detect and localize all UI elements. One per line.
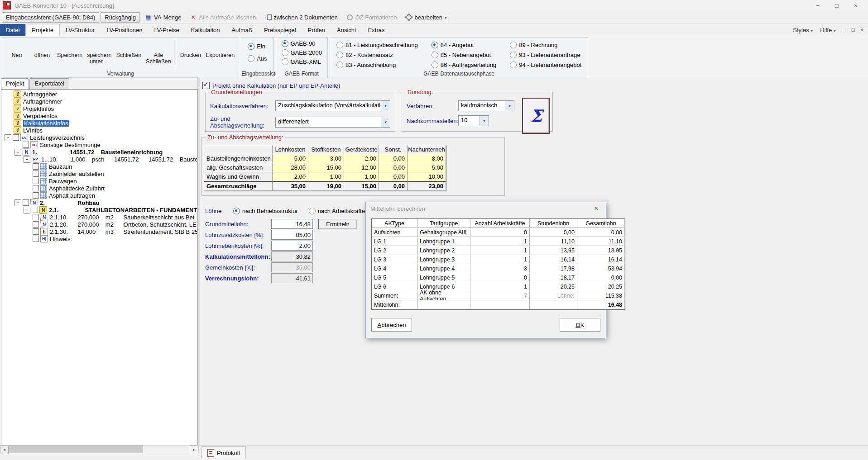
table-cell[interactable]: 13,95: [530, 246, 577, 255]
tree-item[interactable]: Bauwagen: [1, 177, 197, 185]
table-row[interactable]: LG 6 Lohngruppe 6 1 20,25 20,25: [372, 282, 625, 291]
radio-option[interactable]: nach Betriebsstruktur: [233, 208, 298, 214]
tree-item[interactable]: LV Leistungsverzeichnis: [1, 134, 197, 141]
table-cell[interactable]: 3: [470, 264, 530, 273]
radio-option[interactable]: 89 - Rechnung: [510, 42, 581, 48]
tree-item[interactable]: N 2.1.10. 270,000 m2 Sauberkeitsschicht …: [1, 213, 197, 221]
tree-item[interactable]: i Vergabeinfos: [1, 112, 197, 119]
dropdown[interactable]: 10 ▾: [458, 115, 489, 126]
table-cell[interactable]: 2,00: [273, 172, 308, 181]
scroll-left-icon[interactable]: [0, 446, 9, 454]
tree-checkbox[interactable]: [33, 214, 39, 220]
tree-item[interactable]: i Auftraggeber: [1, 90, 197, 98]
tree-item[interactable]: N 2.1.20. 270,000 m2 Ortbeton, Schutzsch…: [1, 221, 197, 228]
table-row[interactable]: LG 3 Lohngruppe 3 1 16,14 16,14: [372, 255, 625, 264]
table-cell[interactable]: 10,00: [408, 172, 446, 181]
menu-tab[interactable]: Projekte: [25, 24, 60, 36]
tree-item[interactable]: i Projektinfos: [1, 105, 197, 112]
mdi-restore-icon[interactable]: □: [852, 27, 855, 33]
mdi-close-icon[interactable]: ×: [860, 27, 863, 33]
quick-toolbar-item[interactable]: Rückgängig ▾: [101, 12, 140, 23]
radio-option[interactable]: GAEB-2000: [282, 49, 322, 56]
tree-item[interactable]: Asphalt auftragen: [1, 192, 197, 199]
ribbon-button[interactable]: speichern unter ...: [85, 38, 114, 66]
quick-toolbar-item[interactable]: Eingabeassistent (GAEB-90; D84) ▾: [2, 12, 99, 23]
tree-item[interactable]: VB Sonstige Bestimmunge: [1, 141, 197, 148]
hilfe-menu[interactable]: Hilfe: [820, 27, 836, 33]
tree-expander-icon[interactable]: [5, 134, 11, 141]
ribbon-button[interactable]: Schließen: [114, 38, 144, 66]
table-cell[interactable]: 0,00: [379, 181, 408, 191]
table-cell[interactable]: 1: [470, 237, 530, 246]
table-cell[interactable]: 17,98: [530, 264, 577, 273]
table-cell[interactable]: 0: [470, 228, 530, 237]
tree-checkbox[interactable]: [33, 171, 39, 177]
table-row[interactable]: LG 1 Lohngruppe 1 1 11,10 11,10: [372, 237, 625, 246]
protokoll-tab[interactable]: Protokoll: [201, 446, 246, 459]
tree-expander-icon[interactable]: [14, 199, 21, 206]
scrollbar-thumb[interactable]: [9, 446, 143, 453]
tree-checkbox[interactable]: [33, 185, 39, 191]
tree-checkbox[interactable]: [32, 207, 38, 213]
tree-item[interactable]: Zaunfelder aufstellen: [1, 170, 197, 177]
tree-horizontal-scrollbar[interactable]: [0, 446, 199, 453]
ribbon-button[interactable]: Speichern: [55, 38, 85, 66]
radio-option[interactable]: Ein: [248, 43, 267, 50]
mdi-minimize-icon[interactable]: −: [843, 27, 846, 33]
tree-checkbox[interactable]: [33, 221, 39, 228]
tree-checkbox[interactable]: [33, 192, 39, 199]
table-cell[interactable]: 11,10: [530, 237, 577, 246]
table-cell[interactable]: 0,00: [379, 172, 408, 181]
table-cell[interactable]: 3,00: [308, 154, 344, 163]
styles-menu[interactable]: Styles: [793, 27, 813, 33]
tree-checkbox[interactable]: [33, 163, 39, 170]
ribbon-button[interactable]: Exportieren: [203, 38, 237, 66]
tree-item[interactable]: P< 1...10. 1,000 psch 14551,72 14551,72 …: [1, 156, 197, 163]
dropdown[interactable]: Zuschlagskalkulation (Vorwärtskalkulatio…: [275, 100, 390, 111]
table-cell[interactable]: 1,00: [308, 172, 344, 181]
scroll-right-icon[interactable]: [190, 446, 198, 454]
close-icon[interactable]: ×: [846, 2, 865, 9]
tree-checkbox[interactable]: [33, 178, 39, 184]
ribbon-button[interactable]: Neu: [4, 38, 29, 66]
table-cell[interactable]: 20,25: [530, 282, 577, 291]
tree-expander-icon[interactable]: [24, 207, 30, 213]
table-cell[interactable]: Löhne:: [530, 291, 577, 300]
menu-tab[interactable]: Datei: [0, 24, 25, 36]
menu-tab[interactable]: LV-Positionen: [101, 24, 148, 36]
minimize-icon[interactable]: −: [808, 2, 827, 9]
dropdown[interactable]: differenziert ▾: [275, 117, 390, 128]
table-cell[interactable]: 1,00: [344, 172, 379, 181]
tree-item[interactable]: Bauzaun: [1, 163, 197, 170]
tree-item[interactable]: N 2.1. STAHLBETONARBEITEN - FUNDAMENTE: [1, 206, 197, 213]
table-row[interactable]: LG 4 Lohngruppe 4 3 17,98 53,94: [372, 264, 625, 273]
quick-toolbar-item[interactable]: VA-Menge ▾: [141, 13, 185, 22]
menu-tab[interactable]: Preisspiegel: [258, 24, 302, 36]
ribbon-button[interactable]: Alle Schließen: [144, 38, 173, 66]
table-cell[interactable]: 1: [470, 282, 530, 291]
table-row[interactable]: Mittellohn: 16,48: [372, 300, 625, 309]
table-cell[interactable]: 1: [470, 246, 530, 255]
table-cell[interactable]: 15,00: [344, 181, 379, 191]
radio-option[interactable]: 83 - Ausschreibung: [336, 62, 418, 68]
table-row[interactable]: LG 2 Lohngruppe 2 1 13,95 13,95: [372, 246, 625, 255]
menu-tab[interactable]: Aufmaß: [225, 24, 258, 36]
table-cell[interactable]: 8,00: [408, 154, 446, 163]
maximize-icon[interactable]: □: [827, 2, 846, 9]
table-cell[interactable]: 5,00: [273, 154, 308, 163]
menu-tab[interactable]: Kalkulation: [185, 24, 226, 36]
tree-checkbox[interactable]: [23, 142, 29, 148]
tree-expander-icon[interactable]: [24, 156, 30, 163]
table-cell[interactable]: 0,00: [379, 154, 408, 163]
radio-option[interactable]: 81 - Leistungsbeschreibung: [336, 42, 418, 48]
table-cell[interactable]: 23,00: [408, 181, 446, 191]
menu-tab[interactable]: Prüfen: [302, 24, 331, 36]
lohnnebenkosten-input[interactable]: 2,00: [271, 241, 313, 251]
table-cell[interactable]: 0,00: [379, 163, 408, 172]
menu-tab[interactable]: LV-Preise: [148, 24, 185, 36]
ok-button[interactable]: OK: [560, 318, 600, 332]
table-cell[interactable]: 2,00: [344, 154, 379, 163]
table-cell[interactable]: 28,00: [273, 163, 308, 172]
radio-option[interactable]: 82 - Kostenansatz: [336, 52, 418, 58]
tree-item[interactable]: H| Hinweis:: [1, 235, 197, 242]
